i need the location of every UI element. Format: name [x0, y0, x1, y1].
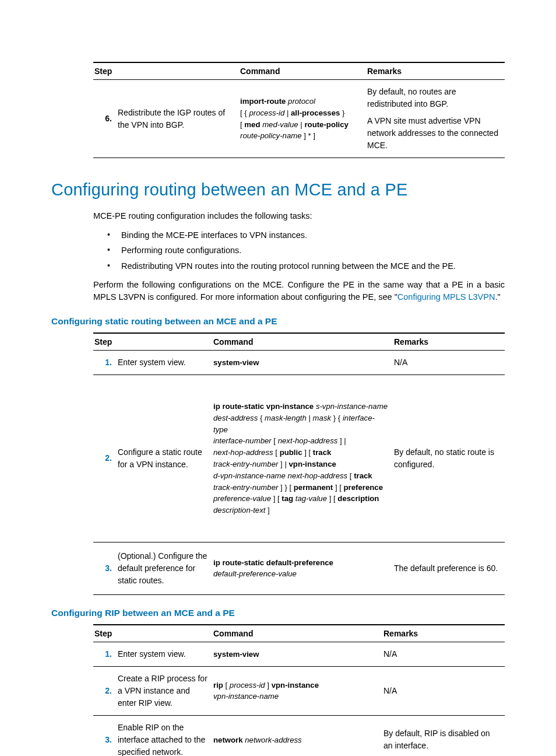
bullet-list: Binding the MCE-PE interfaces to VPN ins… [107, 229, 505, 272]
body-section: MCE-PE routing configuration includes th… [93, 210, 505, 303]
th-remarks: Remarks [382, 625, 505, 642]
remarks-cell: By default, RIP is disabled on an interf… [382, 715, 505, 756]
remarks-cell: By default, no routes are redistributed … [366, 80, 505, 158]
command-cell: ip route-static default-preference defau… [212, 542, 393, 594]
command-cell: ip route-static vpn-instance s-vpn-insta… [212, 374, 393, 542]
step-desc: (Optional.) Configure the default prefer… [117, 542, 212, 594]
th-remarks: Remarks [393, 333, 505, 351]
remarks-b: A VPN site must advertise VPN network ad… [367, 115, 500, 152]
heading-1: Configuring routing between an MCE and a… [51, 180, 505, 200]
command-cell: import-route protocol [ { process-id | a… [239, 80, 366, 158]
top-table-wrap: Step Command Remarks 6. Redistribute the… [93, 62, 505, 158]
command-cell: system-view [212, 350, 393, 374]
remarks-cell: N/A [382, 642, 505, 666]
step-number: 6. [93, 80, 117, 158]
step-desc: Redistribute the IGP routes of the VPN i… [117, 80, 239, 158]
table-row: 1. Enter system view. system-view N/A [93, 350, 505, 374]
th-step: Step [93, 333, 212, 351]
command-cell: rip [ process-id ] vpn-instance vpn-inst… [212, 666, 382, 715]
table-static: Step Command Remarks 1. Enter system vie… [93, 332, 505, 595]
table-row: 3. (Optional.) Configure the default pre… [93, 542, 505, 594]
heading-rip: Configuring RIP between an MCE and a PE [51, 608, 505, 618]
table-rip: Step Command Remarks 1. Enter system vie… [93, 624, 505, 756]
step-number: 3. [93, 542, 117, 594]
remarks-cell: N/A [382, 666, 505, 715]
th-remarks: Remarks [366, 62, 505, 80]
remarks-a: By default, no routes are redistributed … [367, 86, 500, 110]
step-desc: Enter system view. [117, 350, 212, 374]
step-number: 1. [93, 350, 117, 374]
para-2b: ." [495, 292, 500, 302]
command-cell: system-view [212, 642, 382, 666]
list-item: Performing route configurations. [107, 244, 505, 256]
step-number: 1. [93, 642, 117, 666]
step-desc: Create a RIP process for a VPN instance … [117, 666, 212, 715]
th-step: Step [93, 62, 239, 80]
heading-static-routing: Configuring static routing between an MC… [51, 316, 505, 327]
table-row: 2. Create a RIP process for a VPN instan… [93, 666, 505, 715]
step-number: 2. [93, 374, 117, 542]
table-row: 6. Redistribute the IGP routes of the VP… [93, 80, 505, 158]
intro-para: MCE-PE routing configuration includes th… [93, 210, 505, 222]
table-row: 1. Enter system view. system-view N/A [93, 642, 505, 666]
th-command: Command [212, 625, 382, 642]
step-desc: Enable RIP on the interface attached to … [117, 715, 212, 756]
table-top: Step Command Remarks 6. Redistribute the… [93, 62, 505, 158]
step-desc: Enter system view. [117, 642, 212, 666]
th-step: Step [93, 625, 212, 642]
para-2: Perform the following configurations on … [93, 279, 505, 303]
table-row: 3. Enable RIP on the interface attached … [93, 715, 505, 756]
list-item: Binding the MCE-PE interfaces to VPN ins… [107, 229, 505, 241]
remarks-cell: N/A [393, 350, 505, 374]
step-desc: Configure a static route for a VPN insta… [117, 374, 212, 542]
list-item: Redistributing VPN routes into the routi… [107, 260, 505, 272]
remarks-cell: By default, no static route is configure… [393, 374, 505, 542]
static-table-wrap: Step Command Remarks 1. Enter system vie… [93, 332, 505, 595]
remarks-cell: The default preference is 60. [393, 542, 505, 594]
step-number: 3. [93, 715, 117, 756]
th-command: Command [239, 62, 366, 80]
command-cell: network network-address [212, 715, 382, 756]
th-command: Command [212, 333, 393, 351]
link-configuring-mpls[interactable]: Configuring MPLS L3VPN [397, 292, 495, 302]
step-number: 2. [93, 666, 117, 715]
table-row: 2. Configure a static route for a VPN in… [93, 374, 505, 542]
document-page: Step Command Remarks 6. Redistribute the… [0, 0, 556, 756]
rip-table-wrap: Step Command Remarks 1. Enter system vie… [93, 624, 505, 756]
